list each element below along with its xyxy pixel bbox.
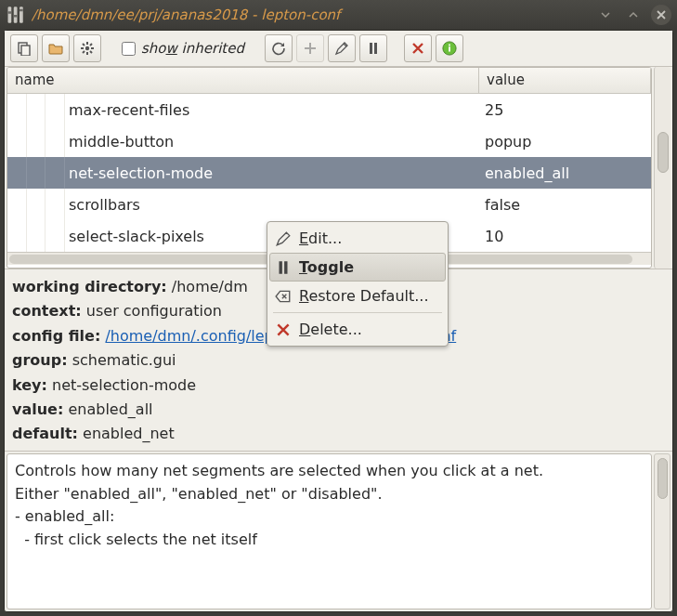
ctx-restore-label: Restore Default...: [299, 287, 429, 305]
svg-rect-18: [374, 43, 377, 54]
tree-header: name value: [7, 68, 651, 94]
svg-rect-17: [370, 43, 372, 54]
row-name: scrollbars: [65, 196, 479, 214]
row-value: 10: [479, 228, 651, 245]
info-button[interactable]: [436, 34, 463, 62]
svg-rect-3: [8, 11, 12, 14]
svg-rect-22: [280, 261, 282, 274]
delete-icon: [275, 321, 292, 338]
show-inherited-input[interactable]: [122, 42, 136, 56]
ctx-restore-default[interactable]: Restore Default...: [269, 282, 446, 310]
svg-line-13: [83, 44, 85, 46]
detail-group: group: schematic.gui: [12, 348, 665, 373]
svg-rect-4: [14, 15, 18, 18]
svg-rect-7: [21, 46, 30, 56]
edit-button[interactable]: [328, 34, 356, 62]
client-area: show inherited name value: [4, 30, 673, 612]
pause-icon: [275, 259, 292, 276]
svg-point-8: [85, 46, 89, 50]
description-text: Controls how many net segments are selec…: [7, 453, 652, 609]
row-name: net-selection-mode: [65, 164, 479, 182]
svg-line-15: [90, 44, 92, 46]
toolbar: show inherited: [5, 31, 672, 67]
tree-vscrollbar[interactable]: [654, 67, 670, 269]
detail-value: value: enabled_all: [12, 398, 665, 422]
tree-row[interactable]: scrollbars false: [7, 189, 651, 220]
svg-line-14: [90, 51, 92, 53]
add-button[interactable]: [296, 34, 324, 62]
row-value: 25: [479, 101, 651, 119]
description-vscrollbar[interactable]: [654, 453, 670, 609]
ctx-delete[interactable]: Delete...: [269, 315, 446, 344]
row-name: middle-button: [65, 133, 479, 151]
show-inherited-checkbox[interactable]: show inherited: [118, 40, 248, 57]
tree-row[interactable]: middle-button popup: [7, 125, 651, 157]
detail-default: default: enabled_net: [12, 422, 665, 446]
close-button[interactable]: [651, 5, 671, 25]
window-title: /home/dmn/ee/prj/ananas2018 - lepton-con…: [32, 7, 588, 23]
svg-rect-0: [8, 7, 12, 23]
context-menu: Edit... Toggle Restore Default... Delete…: [267, 221, 449, 347]
ctx-edit-label: Edit...: [299, 229, 342, 247]
ctx-separator: [273, 312, 442, 313]
ctx-edit[interactable]: Edit...: [269, 224, 446, 253]
copy-button[interactable]: [10, 34, 38, 62]
tree-row-selected[interactable]: net-selection-mode enabled_all: [7, 157, 651, 189]
pencil-icon: [275, 230, 292, 247]
svg-rect-21: [449, 45, 450, 46]
settings-button[interactable]: [73, 34, 101, 62]
reload-button[interactable]: [265, 34, 293, 62]
show-inherited-label: show inherited: [141, 40, 244, 57]
column-name[interactable]: name: [7, 68, 479, 93]
column-value[interactable]: value: [479, 68, 651, 93]
svg-rect-20: [449, 46, 450, 51]
svg-line-16: [83, 51, 85, 53]
row-value: false: [479, 196, 651, 214]
row-value: enabled_all: [479, 164, 651, 182]
ctx-delete-label: Delete...: [299, 321, 362, 338]
description-area: Controls how many net segments are selec…: [7, 453, 670, 609]
tree-row[interactable]: max-recent-files 25: [7, 94, 651, 125]
delete-button[interactable]: [404, 34, 432, 62]
row-value: popup: [479, 133, 651, 151]
svg-rect-23: [284, 261, 287, 274]
toggle-button[interactable]: [359, 34, 387, 62]
ctx-toggle[interactable]: Toggle: [269, 253, 446, 282]
ctx-toggle-label: Toggle: [299, 258, 354, 276]
app-icon: [6, 6, 24, 24]
detail-key: key: net-selection-mode: [12, 374, 665, 398]
svg-rect-5: [20, 9, 23, 12]
open-button[interactable]: [42, 34, 70, 62]
maximize-button[interactable]: [623, 5, 644, 25]
backspace-icon: [275, 288, 292, 305]
row-name: max-recent-files: [65, 101, 479, 119]
titlebar: /home/dmn/ee/prj/ananas2018 - lepton-con…: [0, 0, 677, 30]
minimize-button[interactable]: [595, 5, 616, 25]
